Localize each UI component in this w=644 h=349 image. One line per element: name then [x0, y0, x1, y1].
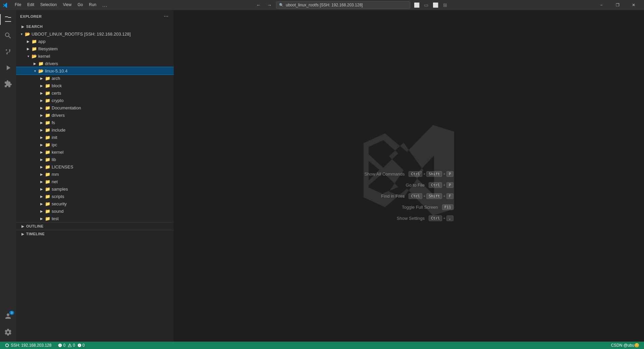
certs-folder-icon: 📁	[45, 90, 50, 96]
samples-label: samples	[52, 187, 68, 192]
mm-folder-icon: 📁	[45, 171, 50, 177]
sidebar-item-sound[interactable]: 📁 sound	[16, 207, 174, 215]
sidebar-item-arch[interactable]: 📁 arch	[16, 74, 174, 82]
statusbar-remote-label[interactable]: CSDN @ubu😊	[609, 342, 641, 349]
layout-button[interactable]: ⊞	[441, 1, 449, 9]
sidebar-header: EXPLORER ⋯	[16, 10, 174, 23]
licenses-folder-icon: 📁	[45, 164, 50, 169]
statusbar-right: CSDN @ubu😊	[609, 342, 641, 349]
activity-run-debug[interactable]	[0, 60, 16, 76]
sidebar-item-licenses[interactable]: 📁 LICENSES	[16, 163, 174, 170]
remote-text: CSDN @ubu😊	[611, 343, 639, 348]
block-folder-icon: 📁	[45, 83, 50, 88]
statusbar-errors[interactable]: 0 0 0	[56, 342, 87, 349]
outline-chevron	[20, 223, 25, 229]
activity-account[interactable]: 3	[0, 308, 16, 324]
sidebar-item-net[interactable]: 📁 net	[16, 178, 174, 185]
sidebar-item-block[interactable]: 📁 block	[16, 82, 174, 89]
linux-drivers-folder-icon: 📁	[45, 112, 50, 118]
sidebar-item-ipc[interactable]: 📁 ipc	[16, 141, 174, 148]
menu-edit[interactable]: Edit	[24, 2, 37, 8]
mm-label: mm	[52, 172, 59, 177]
sidebar-item-certs[interactable]: 📁 certs	[16, 89, 174, 97]
sidebar-item-init[interactable]: 📁 init	[16, 134, 174, 141]
restore-button[interactable]: ❐	[610, 0, 625, 10]
menu-file[interactable]: File	[12, 2, 24, 8]
drivers-chevron	[32, 61, 38, 66]
menu-more[interactable]: ...	[100, 2, 110, 8]
search-section[interactable]: SEARCH	[16, 23, 174, 30]
sidebar-item-app[interactable]: 📁 app	[16, 38, 174, 45]
nav-back-button[interactable]: ←	[255, 1, 263, 9]
lib-chevron	[39, 157, 44, 162]
doc-label: Documentation	[52, 105, 81, 110]
menu-go[interactable]: Go	[75, 2, 86, 8]
sidebar-item-lib[interactable]: 📁 lib	[16, 156, 174, 163]
sidebar-item-linux-kernel[interactable]: 📁 kernel	[16, 148, 174, 156]
search-icon	[4, 32, 12, 40]
info-icon	[77, 343, 82, 347]
sidebar-toggle-button[interactable]: ⬜	[413, 1, 421, 9]
activity-settings[interactable]	[0, 324, 16, 340]
sidebar-content: SEARCH 📂 UBOOT_LINUX_ROOTFS [SSH: 192.16…	[16, 23, 174, 342]
activity-extensions[interactable]	[0, 76, 16, 92]
net-folder-icon: 📁	[45, 179, 50, 184]
search-chevron	[20, 24, 25, 29]
sidebar-item-scripts[interactable]: 📁 scripts	[16, 193, 174, 200]
info-count: 0	[83, 343, 85, 348]
sidebar-item-security[interactable]: 📁 security	[16, 200, 174, 207]
sidebar-item-include[interactable]: 📁 include	[16, 126, 174, 134]
include-folder-icon: 📁	[45, 127, 50, 133]
ipc-chevron	[39, 142, 44, 147]
menu-view[interactable]: View	[60, 2, 74, 8]
activity-search[interactable]	[0, 28, 16, 44]
run-debug-icon	[4, 64, 12, 72]
statusbar: SSH: 192.168.203.128 0 0 0 CSDN @ubu😊	[0, 342, 644, 349]
ipc-label: ipc	[52, 142, 57, 147]
outline-header[interactable]: OUTLINE	[16, 222, 174, 230]
outline-label: OUTLINE	[26, 224, 44, 228]
include-label: include	[52, 128, 65, 133]
sidebar-item-fs[interactable]: 📁 fs	[16, 119, 174, 126]
linux-label: linux-5.10.4	[45, 68, 67, 73]
kernel-label: kernel	[38, 54, 50, 59]
doc-chevron	[39, 105, 44, 110]
kernel-chevron	[25, 53, 31, 59]
nav-forward-button[interactable]: →	[265, 1, 273, 9]
sidebar-item-documentation[interactable]: 📁 Documentation	[16, 104, 174, 111]
sidebar-item-test[interactable]: 📁 test	[16, 215, 174, 222]
remote-icon	[5, 343, 9, 348]
sidebar-item-kernel[interactable]: 📂 kernel	[16, 52, 174, 60]
workspace-root[interactable]: 📂 UBOOT_LINUX_ROOTFS [SSH: 192.168.203.1…	[16, 30, 174, 38]
sidebar-item-samples[interactable]: 📁 samples	[16, 185, 174, 193]
ssh-label: SSH: 192.168.203.128	[11, 343, 51, 348]
activity-explorer[interactable]	[0, 11, 16, 28]
menu-selection[interactable]: Selection	[38, 2, 59, 8]
close-button[interactable]: ✕	[626, 0, 641, 10]
sidebar-item-mm[interactable]: 📁 mm	[16, 170, 174, 178]
panel-toggle-button[interactable]: ▭	[422, 1, 430, 9]
activity-source-control[interactable]	[0, 44, 16, 60]
titlebar: File Edit Selection View Go Run ... ← → …	[0, 0, 644, 10]
statusbar-ssh[interactable]: SSH: 192.168.203.128	[3, 342, 53, 349]
warning-count: 0	[73, 343, 75, 348]
command-search-bar[interactable]: 🔍 uboot_linux_rootfs [SSH: 192.168.203.1…	[276, 1, 410, 9]
net-chevron	[39, 179, 44, 184]
sidebar-item-crypto[interactable]: 📁 crypto	[16, 97, 174, 104]
sidebar-item-linux-drivers[interactable]: 📁 drivers	[16, 111, 174, 119]
secondary-sidebar-button[interactable]: ⬜	[432, 1, 440, 9]
sidebar: EXPLORER ⋯ SEARCH 📂 UBOOT_LINUX_ROOTFS […	[16, 10, 174, 342]
minimize-button[interactable]: −	[594, 0, 609, 10]
sidebar-item-drivers[interactable]: 📁 drivers	[16, 60, 174, 67]
timeline-header[interactable]: TIMELINE	[16, 230, 174, 238]
sidebar-item-filesystem[interactable]: 📁 filesystem	[16, 45, 174, 52]
new-file-button[interactable]: ⋯	[162, 13, 170, 20]
outline-section: OUTLINE	[16, 222, 174, 230]
crypto-label: crypto	[52, 98, 63, 103]
scripts-chevron	[39, 194, 44, 199]
filesystem-label: filesystem	[38, 46, 58, 51]
sidebar-item-linux[interactable]: 📂 linux-5.10.4	[16, 67, 174, 74]
test-folder-icon: 📁	[45, 216, 50, 221]
ipc-folder-icon: 📁	[45, 142, 50, 147]
menu-run[interactable]: Run	[86, 2, 99, 8]
